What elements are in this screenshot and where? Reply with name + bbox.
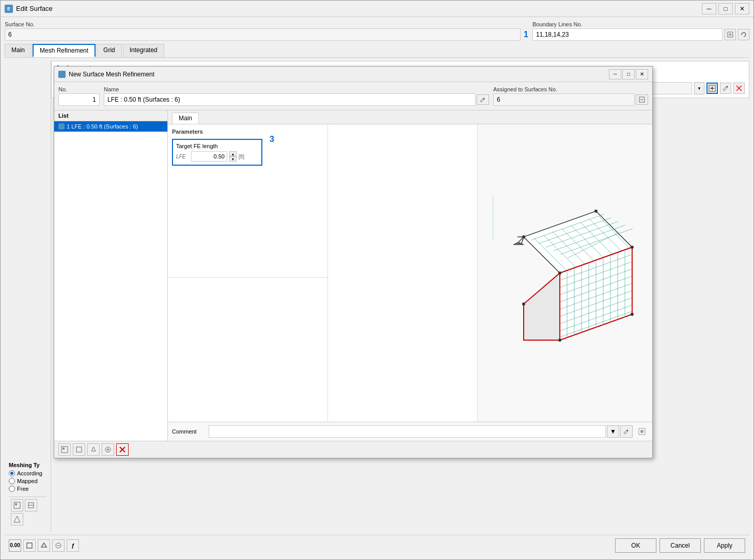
dialog-name-label: Name [104, 86, 489, 92]
right-area: Assignment Surface mesh refinement ▼ [51, 61, 749, 532]
dialog-tool-btn-1[interactable] [58, 443, 71, 456]
params-column-left: Parameters Target FE length LFE [168, 124, 328, 422]
dialog-tabs: Main [168, 110, 652, 441]
tool-btn-2[interactable] [25, 499, 37, 511]
comment-input-row: ▼ [209, 425, 633, 438]
meshing-type-section: Meshing Ty According Mapped Free [9, 462, 46, 493]
dialog-title: New Surface Mesh Refinement [69, 71, 606, 78]
dialog-list-item-0[interactable]: 1 LFE : 0.50 ft (Surfaces : 6) [54, 121, 167, 132]
radio-mapped[interactable]: Mapped [9, 478, 46, 484]
svg-marker-51 [524, 273, 560, 340]
surface-no-input[interactable] [5, 28, 521, 41]
cancel-button[interactable]: Cancel [659, 538, 701, 553]
assignment-edit-btn[interactable] [720, 83, 731, 94]
assignment-delete-btn[interactable] [733, 83, 745, 94]
supports [513, 237, 524, 245]
corner-1 [522, 235, 525, 238]
bottom-tool-3[interactable] [38, 539, 50, 552]
ok-button[interactable]: OK [615, 538, 656, 553]
dialog-minimize-btn[interactable]: ─ [609, 69, 621, 79]
main-body: Meshing Ty According Mapped Free [5, 61, 749, 532]
corner-7 [631, 313, 634, 316]
dialog-header: No. Name [54, 82, 652, 110]
radio-according-label: According [17, 470, 42, 476]
header-fields: Surface No. 1 Boundary Lines No. [5, 21, 749, 41]
tabs-bar: Main Mesh Refinement Grid Integrated [5, 44, 749, 58]
dialog-assigned-row [493, 93, 648, 106]
bottom-tool-2[interactable] [23, 539, 36, 552]
params-bottom-section [168, 278, 327, 422]
comment-section: Comment ▼ [168, 422, 652, 441]
lfe-label: LFE [176, 154, 189, 159]
comment-dropdown-btn[interactable]: ▼ [607, 425, 619, 438]
tab-integrated[interactable]: Integrated [123, 44, 164, 57]
left-panel: Meshing Ty According Mapped Free [5, 61, 51, 532]
radio-according[interactable]: According [9, 470, 46, 476]
boundary-select-btn[interactable] [725, 29, 736, 40]
dialog-assigned-input[interactable] [493, 93, 635, 106]
maximize-button[interactable]: □ [718, 3, 733, 14]
dialog-list-header: List [54, 110, 167, 121]
svg-rect-66 [27, 543, 32, 548]
minimize-button[interactable]: ─ [702, 3, 716, 14]
dialog-name-edit-btn[interactable] [477, 94, 489, 105]
svg-rect-60 [76, 447, 82, 452]
dialog-tool-btn-3[interactable] [87, 443, 100, 456]
lfe-spin-down[interactable]: ▼ [229, 156, 237, 162]
tab-grid[interactable]: Grid [97, 44, 122, 57]
assignment-new-btn[interactable] [706, 83, 718, 94]
apply-button[interactable]: Apply [704, 538, 745, 553]
lfe-input[interactable] [191, 151, 227, 162]
dialog-no-input[interactable] [58, 93, 100, 106]
corner-3 [631, 246, 634, 249]
tool-btn-1[interactable] [11, 499, 23, 511]
boundary-reset-btn[interactable] [738, 29, 749, 40]
bottom-tool-1[interactable]: 0.00 [9, 539, 21, 552]
close-button[interactable]: ✕ [735, 3, 749, 14]
dialog-assigned-btn[interactable] [636, 94, 648, 105]
dialog-close-btn[interactable]: ✕ [636, 69, 648, 79]
dialog-maximize-btn[interactable]: □ [622, 69, 635, 79]
tool-btn-3[interactable] [11, 513, 23, 525]
dialog-tabs-bar: Main [168, 110, 652, 124]
radio-free[interactable]: Free [9, 486, 46, 492]
dialog-tab-content: Parameters Target FE length LFE [168, 124, 652, 441]
front-left-face [524, 273, 560, 340]
title-bar: E Edit Surface ─ □ ✕ [1, 1, 753, 17]
dialog-tool-btn-4[interactable] [102, 443, 114, 456]
list-item-icon [58, 123, 65, 130]
params-top-section: Parameters Target FE length LFE [168, 124, 327, 278]
annotation-1: 1 [524, 30, 528, 39]
dialog-icon [58, 71, 66, 78]
dialog-no-label: No. [58, 86, 100, 92]
dialog-controls: ─ □ ✕ [609, 69, 648, 79]
radio-according-circle [9, 470, 15, 476]
boundary-input[interactable] [532, 28, 722, 41]
dialog-tab-main[interactable]: Main [172, 113, 199, 124]
corner-2 [594, 210, 598, 213]
svg-point-57 [640, 430, 643, 433]
boundary-group: Boundary Lines No. [532, 21, 749, 41]
target-fe-title: Target FE length [176, 143, 258, 149]
main-window: E Edit Surface ─ □ ✕ Surface No. 1 Bound… [0, 0, 754, 560]
dialog-name-input[interactable] [104, 93, 476, 106]
comment-edit-btn[interactable] [620, 425, 633, 438]
radio-free-circle [9, 486, 15, 492]
dialog-list-panel: List 1 LFE : 0.50 ft (Surfaces : 6) [54, 110, 168, 441]
comment-input[interactable] [209, 425, 606, 438]
bottom-tool-4[interactable] [52, 539, 65, 552]
target-fe-box: Target FE length LFE ▲ ▼ [172, 139, 262, 166]
dialog-delete-btn[interactable] [116, 443, 129, 456]
dialog-bottom-toolbar [54, 441, 652, 458]
title-bar-controls: ─ □ ✕ [702, 3, 749, 14]
tab-main[interactable]: Main [5, 44, 32, 57]
lfe-spin-up[interactable]: ▲ [229, 151, 237, 156]
dialog-tool-btn-2[interactable] [73, 443, 85, 456]
surface-no-group: Surface No. 1 [5, 21, 528, 41]
assignment-dropdown-btn[interactable]: ▼ [694, 82, 704, 94]
mesh-preview-svg [493, 196, 637, 350]
lfe-unit: [ft] [239, 154, 244, 159]
bottom-tool-5[interactable]: ƒ [67, 539, 79, 552]
params-title: Parameters [172, 129, 323, 135]
tab-mesh-refinement[interactable]: Mesh Refinement [33, 44, 96, 57]
